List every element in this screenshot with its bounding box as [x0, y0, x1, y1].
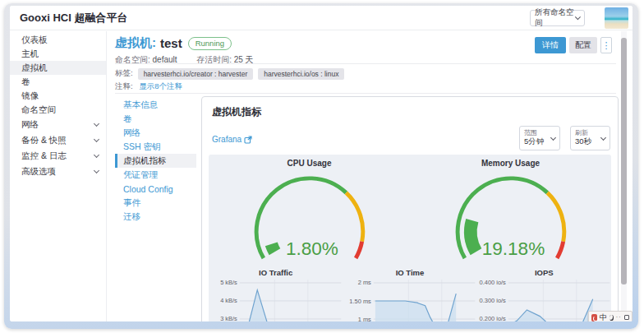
tab-迁移[interactable]: 迁移: [115, 210, 196, 224]
gauges-row: CPU Usage1.80%Memory Usage19.18%: [209, 155, 611, 261]
divider: [115, 93, 616, 94]
labels-row: 标签: harvesterhci.io/creator : harvesterh…: [115, 68, 344, 79]
sidebar-item-卷[interactable]: 卷: [10, 75, 106, 89]
svg-text:1 ms: 1 ms: [358, 316, 371, 321]
sidebar-item-备份 & 快照[interactable]: 备份 & 快照: [10, 132, 106, 148]
label-chip: harvesterhci.io/creator : harvester: [138, 68, 254, 80]
sidebar-item-label: 备份 & 快照: [21, 135, 67, 146]
config-button[interactable]: 配置: [569, 37, 597, 53]
tab-基本信息[interactable]: 基本信息: [115, 98, 196, 112]
sidebar-item-label: 命名空间: [21, 104, 56, 116]
tab-卷[interactable]: 卷: [115, 112, 196, 126]
refresh-select-label: 刷新: [575, 129, 605, 136]
sidebar-item-高级选项[interactable]: 高级选项: [10, 164, 106, 179]
svg-text:0.300 io/s: 0.300 io/s: [479, 297, 506, 304]
range-select-label: 范围: [524, 129, 555, 136]
tab-凭证管理[interactable]: 凭证管理: [115, 168, 196, 182]
ime-logo-icon[interactable]: [591, 314, 597, 321]
sidebar-nav: 仪表板主机虚拟机卷镜像命名空间网络备份 & 快照监控 & 日志高级选项: [10, 31, 107, 321]
refresh-select[interactable]: 刷新 30秒: [570, 126, 610, 150]
chevron-down-icon: [94, 120, 99, 126]
chart-title: IO Time: [343, 268, 476, 278]
tab-nav: 基本信息卷网络SSH 密钥虚拟机指标凭证管理Cloud Config事件迁移: [115, 98, 196, 224]
external-link-icon: [244, 136, 252, 144]
tab-网络[interactable]: 网络: [115, 126, 196, 140]
io-traffic-chart: IO Traffic5 kB/s4 kB/s3 kB/s: [209, 268, 343, 321]
scrollbar-thumb[interactable]: [621, 38, 627, 284]
gauge-title: CPU Usage: [209, 159, 410, 169]
annotations-row: 注释: 显示8个注释: [115, 81, 182, 92]
svg-text:1.80%: 1.80%: [285, 238, 338, 259]
cpu-usage-gauge: CPU Usage1.80%: [209, 159, 410, 261]
tab-虚拟机指标[interactable]: 虚拟机指标: [115, 154, 196, 168]
chart-title: IOPS: [477, 268, 611, 278]
show-annotations-link[interactable]: 显示8个注释: [139, 81, 182, 90]
chevron-down-icon: [94, 167, 99, 173]
divider: [115, 63, 616, 64]
charts-area: CPU Usage1.80%Memory Usage19.18% IO Traf…: [209, 155, 611, 321]
grafana-link[interactable]: Grafana: [212, 135, 252, 144]
ime-keyboard-icon[interactable]: [624, 315, 629, 320]
window-frame: Gooxi HCI 超融合平台 所有命名空间 仪表板主机虚拟机卷镜像命名空间网络…: [4, 3, 638, 329]
labels-label: 标签:: [115, 68, 133, 79]
sidebar-item-label: 仪表板: [21, 35, 48, 46]
sidebar-item-label: 镜像: [21, 90, 39, 102]
metrics-panel: 虚拟机指标 Grafana 范围 5分钟 刷新 30秒 CPU Usage1.8…: [201, 96, 619, 321]
chevron-down-icon: [575, 14, 581, 20]
sidebar-item-label: 卷: [21, 76, 30, 88]
memory-usage-gauge: Memory Usage19.18%: [410, 159, 611, 261]
gauge-title: Memory Usage: [410, 159, 611, 169]
svg-text:1.50 ms: 1.50 ms: [350, 298, 372, 305]
status-badge: Running: [188, 37, 232, 50]
sidebar-item-label: 监控 & 日志: [21, 150, 67, 162]
label-chip: harvesterhci.io/os : linux: [258, 68, 344, 80]
sidebar-item-label: 网络: [21, 119, 39, 131]
more-actions-button[interactable]: ⋮: [600, 37, 612, 53]
range-select[interactable]: 范围 5分钟: [519, 126, 560, 150]
resource-type-link[interactable]: 虚拟机:: [115, 35, 156, 51]
ime-toolbar[interactable]: 中 ··: [588, 311, 632, 321]
app-header: Gooxi HCI 超融合平台 所有命名空间: [10, 6, 632, 30]
metrics-panel-title: 虚拟机指标: [212, 105, 261, 119]
ime-punctuation-icon[interactable]: ··: [616, 313, 622, 321]
sidebar-item-镜像[interactable]: 镜像: [10, 89, 106, 103]
sidebar-item-主机[interactable]: 主机: [10, 47, 106, 61]
tab-Cloud Config[interactable]: Cloud Config: [115, 182, 196, 196]
sidebar-item-监控 & 日志[interactable]: 监控 & 日志: [10, 148, 106, 164]
sidebar-item-仪表板[interactable]: 仪表板: [10, 33, 106, 47]
ime-fullwidth-moon-icon[interactable]: [610, 315, 614, 321]
annotations-label: 注释:: [115, 81, 133, 90]
label-chips: harvesterhci.io/creator : harvesterharve…: [133, 69, 345, 78]
svg-text:0.400 io/s: 0.400 io/s: [479, 280, 506, 286]
app-window: Gooxi HCI 超融合平台 所有命名空间 仪表板主机虚拟机卷镜像命名空间网络…: [10, 6, 632, 321]
page-title: 虚拟机: test Running: [115, 35, 232, 51]
svg-text:3 kB/s: 3 kB/s: [220, 315, 237, 321]
svg-text:19.18%: 19.18%: [481, 238, 545, 259]
resource-name: test: [160, 36, 182, 50]
chevron-down-icon: [94, 136, 99, 141]
sidebar-item-label: 主机: [21, 49, 39, 60]
sidebar-item-命名空间[interactable]: 命名空间: [10, 103, 106, 117]
user-avatar[interactable]: [605, 7, 628, 29]
namespace-selector-value: 所有命名空间: [535, 7, 576, 29]
app-title: Gooxi HCI 超融合平台: [20, 6, 127, 30]
namespace-selector[interactable]: 所有命名空间: [530, 10, 585, 26]
chevron-down-icon: [94, 151, 99, 157]
svg-text:0.200 io/s: 0.200 io/s: [479, 315, 506, 321]
sidebar-item-虚拟机[interactable]: 虚拟机: [10, 61, 106, 75]
svg-text:5 kB/s: 5 kB/s: [220, 280, 237, 286]
mini-charts-row: IO Traffic5 kB/s4 kB/s3 kB/sIO Time2 ms1…: [209, 268, 611, 321]
chart-title: IO Traffic: [209, 268, 343, 278]
sidebar-item-label: 高级选项: [21, 166, 56, 178]
sidebar-item-网络[interactable]: 网络: [10, 117, 106, 132]
io-time-chart: IO Time2 ms1.50 ms1 ms: [343, 268, 476, 321]
tab-SSH 密钥[interactable]: SSH 密钥: [115, 140, 196, 154]
svg-text:2 ms: 2 ms: [358, 280, 371, 286]
grafana-link-label: Grafana: [212, 135, 242, 144]
ime-chinese-mode[interactable]: 中: [600, 312, 607, 321]
sidebar-item-label: 虚拟机: [21, 62, 48, 74]
tab-事件[interactable]: 事件: [115, 196, 196, 210]
scrollbar: [621, 31, 627, 321]
svg-text:4 kB/s: 4 kB/s: [220, 297, 237, 304]
details-button[interactable]: 详情: [535, 37, 566, 53]
